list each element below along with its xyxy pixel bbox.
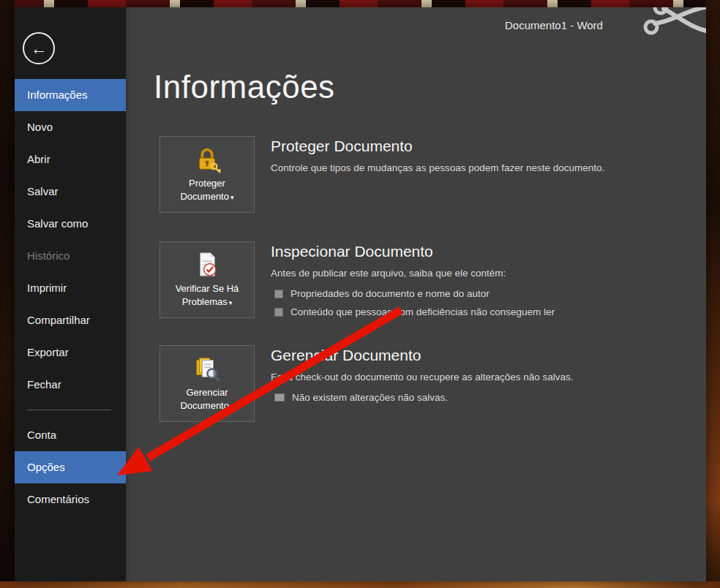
tile-label: Proteger Documento▾ xyxy=(180,177,233,203)
sidebar-item-label: Exportar xyxy=(27,346,69,358)
sidebar-item-label: Compartilhar xyxy=(27,314,90,326)
sidebar-item-label: Conta xyxy=(27,429,56,441)
section-inspecionar-documento: Verificar Se Há Problemas▾ Inspecionar D… xyxy=(160,241,555,318)
sidebar-item-label: Salvar como xyxy=(27,217,88,230)
sidebar-divider xyxy=(27,410,111,410)
section-gerenciar-documento: Gerenciar Documento▾ Gerenciar Documento… xyxy=(160,345,574,422)
sidebar-item-exportar[interactable]: Exportar xyxy=(15,336,126,369)
background-photo-right xyxy=(706,0,720,588)
sidebar-item-label: Informações xyxy=(27,88,88,101)
section-text: Inspecionar Documento Antes de publicar … xyxy=(271,241,555,318)
chevron-down-icon: ▾ xyxy=(230,194,234,201)
backstage-sidebar: ← Informações Novo Abrir Salvar Salvar c… xyxy=(15,7,126,581)
section-heading: Inspecionar Documento xyxy=(271,243,555,260)
sidebar-item-label: Comentários xyxy=(27,493,89,505)
accessibility-content-icon xyxy=(274,308,283,317)
versions-icon xyxy=(274,393,285,402)
sidebar-item-novo[interactable]: Novo xyxy=(15,111,126,143)
sidebar-item-abrir[interactable]: Abrir xyxy=(15,143,126,176)
document-property-icon xyxy=(274,290,283,298)
background-photo-top xyxy=(0,0,720,7)
sidebar-item-comentarios[interactable]: Comentários xyxy=(15,483,126,516)
backstage-nav: Informações Novo Abrir Salvar Salvar com… xyxy=(15,79,126,516)
tile-label: Verificar Se Há Problemas▾ xyxy=(176,282,239,309)
gerenciar-documento-button[interactable]: Gerenciar Documento▾ xyxy=(160,345,255,422)
word-backstage-window: ← Informações Novo Abrir Salvar Salvar c… xyxy=(15,7,706,581)
section-proteger-documento: Proteger Documento▾ Proteger Documento C… xyxy=(160,136,604,213)
chevron-down-icon: ▾ xyxy=(230,403,234,410)
section-description: Antes de publicar este arquivo, saiba qu… xyxy=(271,266,555,281)
sidebar-item-label: Novo xyxy=(27,121,53,133)
section-text: Gerenciar Documento Faça check-out do do… xyxy=(271,345,574,422)
back-button[interactable]: ← xyxy=(23,32,55,64)
scissors-decoration xyxy=(640,7,706,61)
sidebar-item-fechar[interactable]: Fechar xyxy=(15,369,126,401)
inspect-bullet-item: Conteúdo que pessoas com deficiências nã… xyxy=(274,306,555,317)
section-description: Faça check-out do documento ou recupere … xyxy=(271,370,574,385)
sidebar-item-label: Imprimir xyxy=(27,282,67,294)
tile-label: Gerenciar Documento▾ xyxy=(180,386,233,412)
window-title: Documento1 - Word xyxy=(505,19,603,31)
sidebar-item-compartilhar[interactable]: Compartilhar xyxy=(15,304,126,336)
section-description: Controle que tipos de mudanças as pessoa… xyxy=(271,161,604,176)
screen: ← Informações Novo Abrir Salvar Salvar c… xyxy=(0,0,720,588)
backstage-main: Documento1 - Word Informações xyxy=(126,7,706,581)
verificar-problemas-button[interactable]: Verificar Se Há Problemas▾ xyxy=(160,241,255,318)
versions-bullet-item: Não existem alterações não salvas. xyxy=(274,392,574,403)
sidebar-item-label: Abrir xyxy=(27,153,50,165)
chevron-down-icon: ▾ xyxy=(229,299,233,306)
lock-icon xyxy=(193,146,221,173)
sidebar-item-imprimir[interactable]: Imprimir xyxy=(15,272,126,304)
sidebar-item-salvar[interactable]: Salvar xyxy=(15,176,126,208)
sidebar-item-informacoes[interactable]: Informações xyxy=(15,79,126,111)
inspect-bullet-item: Propriedades do documento e nome do auto… xyxy=(274,288,555,299)
section-heading: Proteger Documento xyxy=(271,137,604,155)
sidebar-item-salvar-como[interactable]: Salvar como xyxy=(15,208,126,240)
sidebar-item-conta[interactable]: Conta xyxy=(15,419,126,451)
sidebar-item-label: Histórico xyxy=(27,249,70,262)
background-photo-bottom xyxy=(0,581,720,588)
sidebar-item-opcoes[interactable]: Opções xyxy=(15,451,126,483)
section-heading: Gerenciar Documento xyxy=(271,347,574,364)
section-text: Proteger Documento Controle que tipos de… xyxy=(271,136,604,213)
background-photo-left xyxy=(0,0,15,588)
back-arrow-icon: ← xyxy=(31,39,48,58)
sidebar-item-label: Salvar xyxy=(27,185,59,197)
proteger-documento-button[interactable]: Proteger Documento▾ xyxy=(160,136,255,213)
inspect-document-icon xyxy=(193,251,221,279)
sidebar-item-label: Opções xyxy=(27,461,65,473)
sidebar-item-historico: Histórico xyxy=(15,240,126,272)
page-title: Informações xyxy=(154,69,335,105)
manage-document-icon xyxy=(193,355,221,382)
sidebar-item-label: Fechar xyxy=(27,378,61,391)
